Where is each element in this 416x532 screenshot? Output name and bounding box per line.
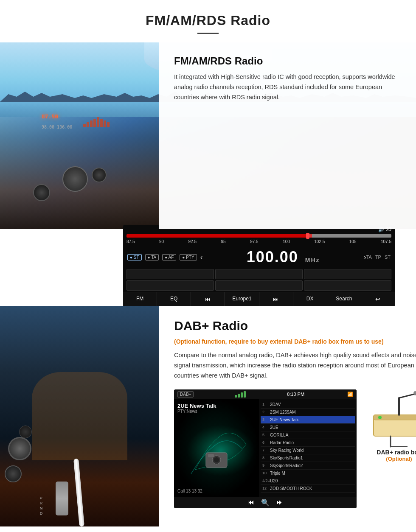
dab-content: DAB+ Radio (Optional function, require t…: [0, 306, 416, 521]
station-name-4: 2UE: [270, 425, 278, 430]
freq-label-875: 87.5: [126, 239, 135, 244]
station-num-11: 4/2U: [262, 479, 270, 483]
dab-screen-top: DAB+ 8:10 PM 📶: [174, 389, 357, 399]
dab-visual-art: [183, 419, 259, 482]
fm-controls-top: ● ST ● TA ● AF ● PTY ‹ 100.00 MHz › TA T…: [123, 246, 395, 268]
station-name-11: U20: [270, 479, 278, 483]
station-name-1: 2DAV: [270, 402, 281, 407]
page-title: FM/AM/RDS Radio: [8, 13, 408, 28]
dab-section-description: Compare to the normal analog radio, DAB+…: [174, 350, 416, 381]
dab-station-list: 1 2DAV 2 2SM 1269AM 3 2UE News Talk: [261, 401, 355, 493]
dab-time: 8:10 PM: [287, 392, 304, 397]
station-name-5: GORILLA: [270, 433, 288, 437]
fm-button-fm[interactable]: FM: [123, 292, 157, 306]
dab-station-item[interactable]: 8 SkySportsRadio1: [261, 454, 355, 462]
dab-station-item[interactable]: 12 ZOD SMOOTH ROCK: [261, 485, 355, 493]
fm-button-dx[interactable]: DX: [293, 292, 327, 306]
freq-label-925: 92.5: [188, 239, 197, 244]
station-name-2: 2SM 1269AM: [270, 410, 296, 414]
dab-station-item[interactable]: 9 SkySportsRadio2: [261, 462, 355, 470]
badge-af[interactable]: ● AF: [162, 254, 176, 260]
freq-thumb[interactable]: [306, 233, 309, 239]
fm-frequency-unit: MHz: [305, 257, 320, 263]
fm-preset-6[interactable]: [304, 280, 391, 291]
dab-right-panel: DAB+ Radio (Optional function, require t…: [159, 306, 416, 521]
fm-preset-1[interactable]: [126, 269, 214, 279]
dab-search-button[interactable]: 🔍: [261, 498, 270, 507]
fm-preset-2[interactable]: [215, 269, 303, 279]
dab-station-item[interactable]: 7 Sky Racing World: [261, 447, 355, 454]
fm-section-title: FM/AM/RDS Radio: [174, 55, 401, 67]
station-num-9: 9: [262, 463, 270, 468]
station-name-6: Radar Radio: [270, 440, 294, 445]
badge-st[interactable]: ● ST: [127, 254, 142, 260]
fm-presets: [123, 268, 395, 292]
freq-label-975: 97.5: [250, 239, 258, 244]
freq-slider-container: 87.5 90 92.5 95 97.5 100 102.5 105 107.5: [123, 234, 395, 246]
dab-station-item[interactable]: 2 2SM 1269AM: [261, 409, 355, 416]
svg-point-3: [214, 457, 219, 462]
svg-rect-10: [414, 392, 416, 395]
dab-prev-button[interactable]: ⏮: [247, 498, 254, 506]
prev-icon: ⏮: [205, 296, 211, 302]
dab-wifi-icon: 📶: [347, 392, 353, 397]
fm-screen-container: 🔊 30 87.5 90 92.5 95 97.5 100 102.5 105 …: [123, 225, 395, 306]
fm-hero-section: 87.50 98.00 106.00 FM/AM/RDS Radio It in…: [0, 42, 416, 229]
freq-track[interactable]: [126, 234, 391, 238]
dab-box-container: DAB+ radio box (Optional): [365, 389, 416, 462]
page-header: FM/AM/RDS Radio: [0, 0, 416, 42]
station-num-6: 6: [262, 440, 270, 445]
fm-preset-3[interactable]: [304, 269, 391, 279]
fm-preset-4[interactable]: [126, 280, 214, 291]
fm-button-prev[interactable]: ⏮: [191, 292, 225, 306]
freq-prev-button[interactable]: ‹: [200, 253, 203, 262]
fm-right-labels: TA TP ST: [366, 255, 391, 260]
fm-button-eq[interactable]: EQ: [157, 292, 191, 306]
dab-box-label: DAB+ radio box: [377, 449, 416, 456]
label-ta: TA: [366, 255, 372, 260]
station-name-12: ZOD SMOOTH ROCK: [270, 486, 312, 491]
dab-box-sublabel: (Optional): [386, 456, 412, 462]
badge-pty[interactable]: ● PTY: [180, 254, 197, 260]
dab-pty: PTY:News: [177, 409, 256, 414]
dab-station-item[interactable]: 4 2UE: [261, 424, 355, 431]
dab-station-item-active[interactable]: 3 2UE News Talk: [261, 416, 355, 424]
next-icon: ⏭: [273, 296, 279, 302]
badge-ta[interactable]: ● TA: [145, 254, 159, 260]
dab-left-panel: [0, 306, 159, 521]
station-num-7: 7: [262, 448, 270, 452]
dab-station-item[interactable]: 1 2DAV: [261, 401, 355, 409]
label-tp: TP: [375, 255, 381, 260]
station-num-10: 10: [262, 471, 270, 475]
fm-screen: 🔊 30 87.5 90 92.5 95 97.5 100 102.5 105 …: [123, 225, 395, 306]
fm-preset-5[interactable]: [215, 280, 303, 291]
dab-next-button[interactable]: ⏭: [276, 498, 283, 506]
fm-button-back[interactable]: ↩: [361, 292, 395, 306]
fm-button-europe1[interactable]: Europe1: [225, 292, 259, 306]
fm-frequency-value: 100.00: [247, 248, 298, 266]
svg-rect-4: [208, 454, 214, 457]
station-name-3: 2UE News Talk: [270, 417, 299, 422]
dab-station-item[interactable]: 4/2U U20: [261, 477, 355, 485]
hero-left-panel: [0, 42, 159, 229]
station-name-9: SkySportsRadio2: [270, 463, 303, 468]
dab-station-item[interactable]: 10 Triple M: [261, 470, 355, 477]
back-icon: ↩: [375, 296, 380, 302]
svg-point-0: [187, 425, 255, 476]
dab-station-info: 2UE News Talk PTY:News: [177, 403, 256, 414]
dab-screen-left: 2UE News Talk PTY:News: [174, 399, 259, 497]
dab-signal-bars: [235, 391, 246, 398]
station-num-8: 8: [262, 456, 270, 460]
station-num-1: 1: [262, 402, 270, 406]
signal-bar-4: [244, 391, 246, 398]
fm-button-next[interactable]: ⏭: [259, 292, 293, 306]
svg-line-9: [399, 394, 416, 398]
freq-label-1025: 102.5: [314, 239, 325, 244]
dab-station-item[interactable]: 6 Radar Radio: [261, 439, 355, 447]
dab-screens-row: DAB+ 8:10 PM 📶: [174, 389, 416, 508]
svg-point-7: [378, 416, 382, 419]
fm-button-search[interactable]: Search: [327, 292, 361, 306]
dab-screen-body: 2UE News Talk PTY:News: [174, 399, 357, 497]
dab-station-item[interactable]: 5 GORILLA: [261, 431, 355, 439]
dab-section: P R N D DAB+ Radio (Optional function, r…: [0, 306, 416, 526]
